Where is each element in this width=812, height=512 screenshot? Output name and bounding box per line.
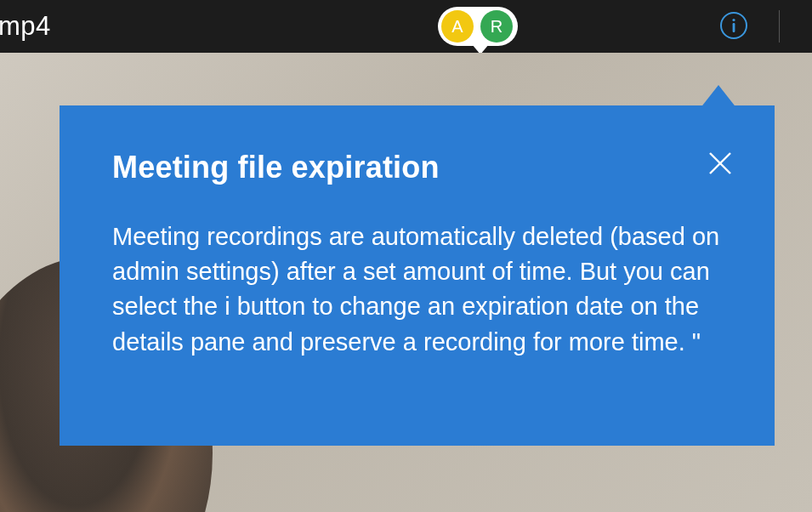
header-bar: mp4 A R xyxy=(0,0,812,53)
avatar[interactable]: R xyxy=(480,10,513,43)
header-separator xyxy=(779,10,780,43)
info-button[interactable] xyxy=(717,9,751,43)
svg-rect-2 xyxy=(733,23,735,32)
presence-pill[interactable]: A R xyxy=(438,7,518,46)
expiration-tooltip: Meeting file expiration Meeting recordin… xyxy=(60,105,775,446)
filename-label: mp4 xyxy=(0,11,51,42)
content-area: Meeting file expiration Meeting recordin… xyxy=(0,53,812,512)
tooltip-body: Meeting recordings are automatically del… xyxy=(112,219,724,360)
tooltip-close-button[interactable] xyxy=(705,148,735,179)
svg-point-1 xyxy=(732,19,735,21)
info-icon xyxy=(719,11,748,40)
presence-cluster: A R xyxy=(438,7,518,46)
close-icon xyxy=(705,148,735,179)
avatar[interactable]: A xyxy=(441,10,474,43)
tooltip-title: Meeting file expiration xyxy=(112,150,724,185)
